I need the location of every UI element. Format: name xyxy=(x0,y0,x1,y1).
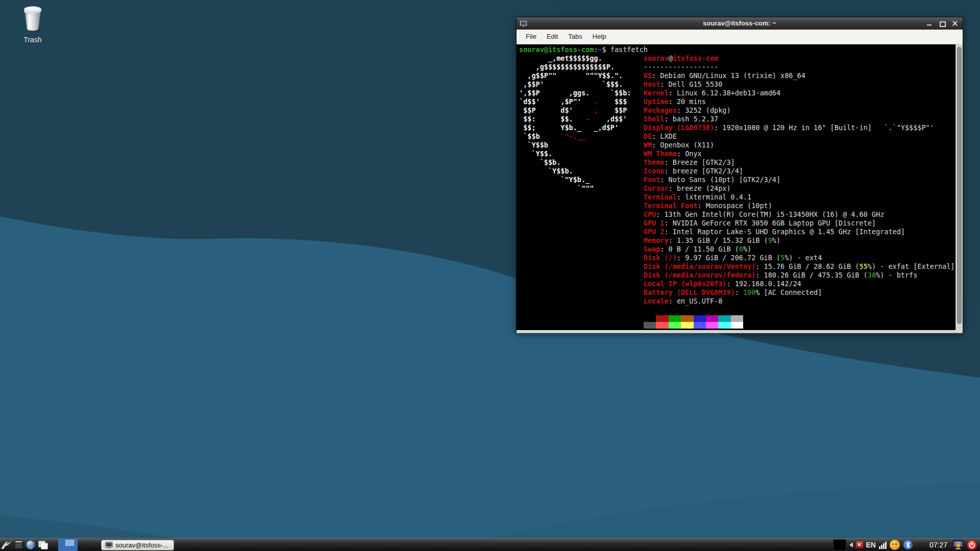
menubar: FileEditTabsHelp xyxy=(517,30,963,44)
terminal-line: ,g$$$$$$$$$$$$$$$P. ------------------ xyxy=(519,63,955,71)
file-drawer-icon xyxy=(14,541,23,549)
palette-swatch xyxy=(644,315,656,322)
menu-item-file[interactable]: File xyxy=(521,30,542,44)
terminal-line: `d$$' ,$P"' . $$$ Uptime: 20 mins xyxy=(519,97,955,106)
tray-collapse-arrow-icon[interactable] xyxy=(849,542,853,547)
terminal-line: GPU 2: Intel Raptor Lake-S UHD Graphics … xyxy=(519,228,955,236)
terminal-line: Disk (/): 9.97 GiB / 206.72 GiB (5%) - e… xyxy=(519,254,955,262)
terminal-line: `Y$$b. Icons: breeze [GTK2/3/4] xyxy=(519,167,955,176)
terminal-line: $$; Y$b._ _,d$P' Display (LGD0738): 1920… xyxy=(519,123,955,132)
trash-icon[interactable]: Trash xyxy=(17,5,48,44)
minimize-button[interactable] xyxy=(926,20,933,27)
terminal-line: _,met$$$$$gg. sourav@itsfoss-com xyxy=(519,54,955,63)
bluetooth-icon[interactable] xyxy=(903,540,913,550)
trash-can-icon xyxy=(20,5,45,33)
logout-button[interactable] xyxy=(967,540,977,550)
scrollbar-thumb[interactable] xyxy=(957,47,962,324)
terminal-line: ,g$$P"" """Y$$.". OS: Debian GNU/Linux 1… xyxy=(519,71,955,80)
trash-label: Trash xyxy=(17,36,48,44)
cpu-monitor[interactable] xyxy=(833,539,846,551)
scrollbar[interactable] xyxy=(955,44,963,330)
palette-swatch xyxy=(669,322,681,329)
update-notifier-icon[interactable] xyxy=(890,540,900,550)
terminal-line: ,$$P' `$$$. Host: Dell G15 5530 xyxy=(519,80,955,89)
palette-swatch xyxy=(669,315,681,322)
terminal-line: Terminal Font: Monospace (10pt) xyxy=(519,202,955,210)
lock-screen-button[interactable] xyxy=(952,540,964,550)
task-button-label: sourav@itsfoss-... xyxy=(115,541,168,549)
task-monitor-icon xyxy=(105,542,113,548)
terminal-line: Disk (/media/sourav/fedora): 180.26 GiB … xyxy=(519,271,955,280)
terminal-line: `Y$$b WM: Openbox (X11) xyxy=(519,141,955,149)
terminal-line: Local IP (wlp0s20f3): 192.168.0.142/24 xyxy=(519,280,955,288)
close-button[interactable] xyxy=(952,20,958,27)
network-signal-icon[interactable] xyxy=(879,541,887,549)
desktop: Trash sourav@itsfoss-com: ~ FileEditTabs… xyxy=(0,0,980,551)
terminal-line: `"Y$b._ Font: Noto Sans (10pt) [GTK2/3/4… xyxy=(519,176,955,184)
terminal-window: sourav@itsfoss-com: ~ FileEditTabsHelp s… xyxy=(516,17,963,333)
terminal-line: Memory: 1.35 GiB / 15.32 GiB (9%) xyxy=(519,236,955,245)
palette-swatch xyxy=(694,322,706,329)
terminal-line: `$$b. Theme: Breeze [GTK2/3] xyxy=(519,158,955,167)
palette-swatch xyxy=(718,315,730,322)
power-icon xyxy=(967,540,977,550)
terminal-line: $$P d$' , $$P Packages: 3252 (dpkg) xyxy=(519,106,955,115)
keyboard-layout-indicator[interactable]: EN xyxy=(866,541,876,549)
clock[interactable]: 07:27 xyxy=(929,541,947,549)
pager-window xyxy=(65,540,74,546)
terminal-line: `""" Cursor: breeze (24px) xyxy=(519,184,955,193)
terminal-line: Swap: 0 B / 11.50 GiB (0%) xyxy=(519,245,955,254)
lxde-bird-icon xyxy=(1,540,12,549)
terminal-output: sourav@itsfoss-com:~$ fastfetch _,met$$$… xyxy=(519,45,955,330)
terminal-line: GPU 1: NVIDIA GeForce RTX 3050 6GB Lapto… xyxy=(519,219,955,228)
overlapping-windows-icon xyxy=(38,541,48,549)
palette-swatch xyxy=(656,315,668,322)
terminal-line: Battery (DELL DVG8M39): 100% [AC Connect… xyxy=(519,288,955,297)
menu-item-tabs[interactable]: Tabs xyxy=(563,30,587,44)
palette-swatch xyxy=(731,315,743,322)
red-x-status-icon[interactable]: ✕ xyxy=(856,541,863,548)
file-manager-launcher[interactable] xyxy=(12,539,24,551)
palette-swatch xyxy=(718,322,730,329)
terminal-line: ',$$P ,ggs. `$$b: Kernel: Linux 6.12.38+… xyxy=(519,89,955,97)
terminal-line: sourav@itsfoss-com:~$ fastfetch xyxy=(519,45,955,54)
task-button[interactable]: sourav@itsfoss-... xyxy=(101,540,174,550)
palette-swatch xyxy=(694,315,706,322)
workspace-pager[interactable] xyxy=(58,539,78,551)
palette-swatch xyxy=(706,315,718,322)
lock-monitor-icon xyxy=(952,540,964,550)
globe-icon xyxy=(26,540,36,550)
palette-swatch xyxy=(681,315,693,322)
terminal-line: Terminal: lxterminal 0.4.1 xyxy=(519,193,955,202)
palette-swatch xyxy=(681,322,693,329)
terminal-line: CPU: 13th Gen Intel(R) Core(TM) i5-13450… xyxy=(519,210,955,219)
maximize-button[interactable] xyxy=(939,20,945,27)
web-browser-launcher[interactable] xyxy=(24,539,37,551)
palette-swatch xyxy=(706,322,718,329)
terminal-line: `$$b "-.__ DE: LXDE xyxy=(519,132,955,141)
window-title: sourav@itsfoss-com: ~ xyxy=(517,17,963,30)
menu-item-help[interactable]: Help xyxy=(587,30,611,44)
window-bottom-edge xyxy=(517,330,963,333)
taskbar: sourav@itsfoss-... ✕ EN 07:27 xyxy=(0,538,980,551)
palette-swatch xyxy=(656,322,668,329)
palette-row xyxy=(644,322,955,329)
terminal-line: $$: $$. - ,d$$' Shell: bash 5.2.37 xyxy=(519,115,955,123)
app-menu-button[interactable] xyxy=(0,539,12,551)
terminal-content[interactable]: sourav@itsfoss-com:~$ fastfetch _,met$$$… xyxy=(517,44,963,330)
palette-row xyxy=(644,315,955,322)
titlebar[interactable]: sourav@itsfoss-com: ~ xyxy=(517,17,963,30)
menu-item-edit[interactable]: Edit xyxy=(542,30,563,44)
terminal-line xyxy=(519,306,955,314)
terminal-line: Disk (/media/sourav/Ventoy): 15.76 GiB /… xyxy=(519,262,955,271)
terminal-line: `Y$$. WM Theme: Onyx xyxy=(519,149,955,158)
palette-swatch xyxy=(731,322,743,329)
color-palette xyxy=(644,315,955,329)
minimize-all-button[interactable] xyxy=(37,539,49,551)
terminal-line: Locale: en_US.UTF-8 xyxy=(519,297,955,306)
palette-swatch xyxy=(644,322,656,329)
